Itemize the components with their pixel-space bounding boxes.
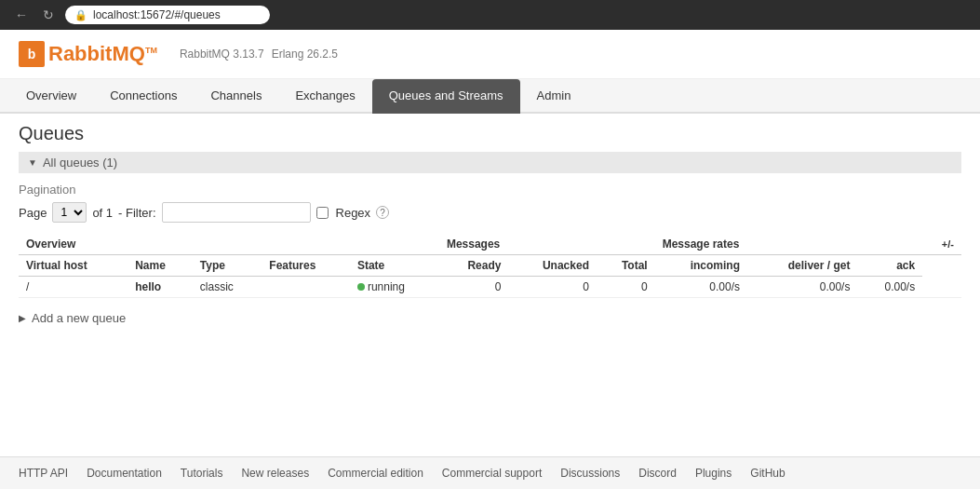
col-total: Total xyxy=(597,255,655,277)
column-headers: Virtual host Name Type Features State Re… xyxy=(19,255,961,277)
status-dot-icon xyxy=(357,283,365,291)
all-queues-section[interactable]: ▼ All queues (1) xyxy=(19,152,961,173)
filter-input[interactable] xyxy=(162,202,311,223)
col-features: Features xyxy=(262,255,350,277)
col-name: Name xyxy=(128,255,193,277)
cell-virtual-host: / xyxy=(19,277,128,298)
nav-channels[interactable]: Channels xyxy=(194,79,278,114)
col-ready: Ready xyxy=(439,255,509,277)
cell-ready: 0 xyxy=(439,277,509,298)
version-info: RabbitMQ 3.13.7 Erlang 26.2.5 xyxy=(180,48,338,61)
col-incoming: incoming xyxy=(655,255,747,277)
of-label: of 1 xyxy=(92,206,113,220)
url-bar[interactable]: 🔒 localhost:15672/#/queues xyxy=(65,6,270,24)
queues-table: Overview Messages Message rates +/- Virt… xyxy=(19,234,961,298)
cell-type: classic xyxy=(193,277,262,298)
regex-checkbox[interactable] xyxy=(316,207,329,219)
add-queue-label: Add a new queue xyxy=(32,311,126,325)
col-unacked: Unacked xyxy=(508,255,597,277)
filter-label: - Filter: xyxy=(118,206,155,220)
browser-chrome: ← ↻ 🔒 localhost:15672/#/queues xyxy=(0,0,980,30)
cell-unacked: 0 xyxy=(508,277,597,298)
table-group-header: Overview Messages Message rates +/- xyxy=(19,234,961,255)
col-state: State xyxy=(350,255,439,277)
lock-icon: 🔒 xyxy=(74,9,87,21)
pagination-label: Pagination xyxy=(19,183,961,197)
main-nav: Overview Connections Channels Exchanges … xyxy=(0,79,980,114)
col-deliver-get: deliver / get xyxy=(747,255,857,277)
add-queue-section[interactable]: ▶ Add a new queue xyxy=(19,307,961,329)
cell-name: hello xyxy=(128,277,193,298)
section-label: All queues (1) xyxy=(43,156,117,170)
overview-group-header: Overview xyxy=(19,234,439,255)
section-toggle-icon: ▼ xyxy=(28,157,37,168)
nav-overview[interactable]: Overview xyxy=(9,79,93,114)
rabbitmq-version: RabbitMQ 3.13.7 xyxy=(180,48,264,61)
url-text: localhost:15672/#/queues xyxy=(93,8,221,21)
messages-group-header: Messages xyxy=(439,234,655,255)
col-virtual-host: Virtual host xyxy=(19,255,128,277)
nav-admin[interactable]: Admin xyxy=(520,79,588,114)
col-ack: ack xyxy=(857,255,922,277)
logo: b RabbitMQTM xyxy=(19,41,157,67)
cell-state: running xyxy=(350,277,439,298)
cell-ack: 0.00/s xyxy=(857,277,922,298)
cell-incoming: 0.00/s xyxy=(655,277,747,298)
table-row[interactable]: / hello classic running 0 0 0 0.00/s 0.0… xyxy=(19,277,961,298)
back-button[interactable]: ← xyxy=(11,6,32,24)
logo-icon: b xyxy=(19,41,45,67)
regex-help[interactable]: ? xyxy=(376,206,389,219)
page-title: Queues xyxy=(19,123,961,144)
cell-total: 0 xyxy=(597,277,655,298)
refresh-button[interactable]: ↻ xyxy=(39,6,58,24)
cell-features xyxy=(262,277,350,298)
plus-minus-header[interactable]: +/- xyxy=(922,234,961,255)
add-queue-toggle-icon: ▶ xyxy=(19,313,26,323)
logo-text: RabbitMQTM xyxy=(48,42,157,66)
regex-label: Regex xyxy=(336,206,371,220)
page-content: Queues ▼ All queues (1) Pagination Page … xyxy=(0,114,980,338)
nav-connections[interactable]: Connections xyxy=(93,79,194,114)
nav-exchanges[interactable]: Exchanges xyxy=(278,79,371,114)
page-label: Page xyxy=(19,206,47,220)
cell-deliver-get: 0.00/s xyxy=(747,277,857,298)
erlang-version: Erlang 26.2.5 xyxy=(272,48,338,61)
app-header: b RabbitMQTM RabbitMQ 3.13.7 Erlang 26.2… xyxy=(0,30,980,79)
nav-queues-streams[interactable]: Queues and Streams xyxy=(372,79,520,114)
pagination-section: Pagination Page 1 of 1 - Filter: Regex ? xyxy=(19,183,961,223)
message-rates-group-header: Message rates xyxy=(655,234,923,255)
pagination-controls: Page 1 of 1 - Filter: Regex ? xyxy=(19,202,961,223)
page-select[interactable]: 1 xyxy=(52,202,87,223)
col-type: Type xyxy=(193,255,262,277)
